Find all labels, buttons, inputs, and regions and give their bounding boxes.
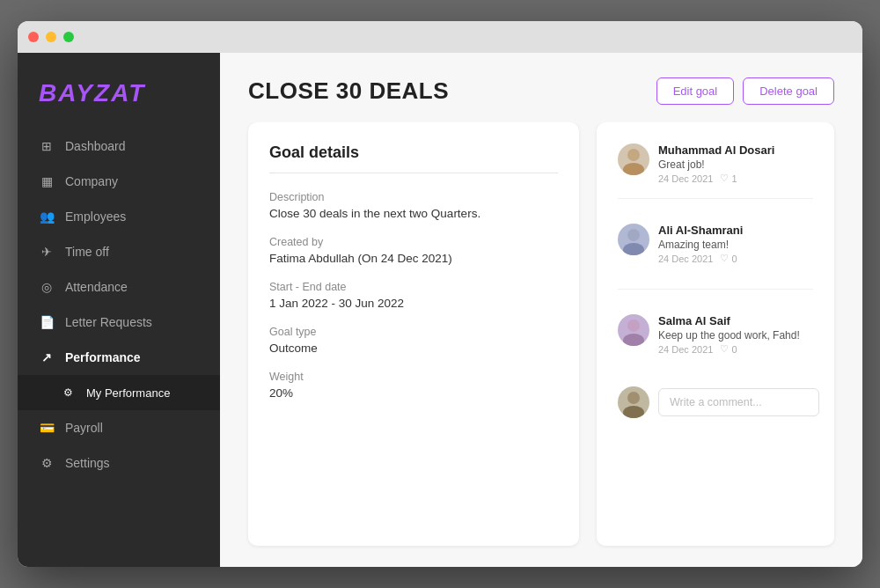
edit-goal-button[interactable]: Edit goal xyxy=(656,77,735,105)
employees-icon: 👥 xyxy=(39,209,55,224)
comment-text-1: Great job! xyxy=(658,158,813,171)
window-body: BAYZAT ⊞ Dashboard ▦ Company 👥 Employees… xyxy=(18,53,862,567)
divider xyxy=(269,173,558,173)
comment-body-2: Ali Al-Shamrani Amazing team! 24 Dec 202… xyxy=(658,224,813,264)
comment-likes-2: 0 xyxy=(731,254,737,264)
page-title: CLOSE 30 DEALS xyxy=(248,77,449,105)
sidebar: BAYZAT ⊞ Dashboard ▦ Company 👥 Employees… xyxy=(18,53,220,567)
created-by-label: Created by xyxy=(269,236,558,248)
comment-meta-3: 24 Dec 2021 ♡ 0 xyxy=(658,343,813,355)
main-header: CLOSE 30 DEALS Edit goal Delete goal xyxy=(220,53,862,122)
logo-text: BAYZAT xyxy=(39,79,145,107)
sidebar-label-dashboard: Dashboard xyxy=(65,139,126,153)
settings-icon: ⚙ xyxy=(39,455,55,471)
close-button[interactable] xyxy=(28,32,39,42)
dashboard-icon: ⊞ xyxy=(39,138,55,154)
sidebar-label-settings: Settings xyxy=(65,456,110,470)
sidebar-item-company[interactable]: ▦ Company xyxy=(18,164,220,199)
sidebar-item-my-performance[interactable]: ⚙ My Performance xyxy=(18,375,220,410)
avatar-salma xyxy=(618,314,649,346)
comment-item-2: Ali Al-Shamrani Amazing team! 24 Dec 202… xyxy=(618,224,813,264)
svg-point-4 xyxy=(627,320,640,332)
created-by-value: Fatima Abdullah (On 24 Dec 2021) xyxy=(269,252,558,265)
comment-name-2: Ali Al-Shamrani xyxy=(658,224,813,237)
sidebar-item-letter-requests[interactable]: 📄 Letter Requests xyxy=(18,305,220,340)
letter-requests-icon: 📄 xyxy=(39,314,55,330)
heart-icon-3: ♡ xyxy=(720,343,729,355)
sidebar-label-timeoff: Time off xyxy=(65,245,109,259)
comment-like-1[interactable]: ♡ 1 xyxy=(720,173,737,184)
comment-like-3[interactable]: ♡ 0 xyxy=(720,343,737,355)
comment-divider-1 xyxy=(618,198,813,199)
minimize-button[interactable] xyxy=(46,32,56,42)
goal-type-label: Goal type xyxy=(269,326,558,338)
comment-item-1: Muhammad Al Dosari Great job! 24 Dec 202… xyxy=(618,143,813,184)
heart-icon-2: ♡ xyxy=(720,253,729,264)
comment-input[interactable] xyxy=(658,388,819,416)
comment-name-3: Salma Al Saif xyxy=(658,314,813,327)
sidebar-item-performance[interactable]: ↗ Performance xyxy=(18,340,220,375)
avatar-ali xyxy=(618,224,649,255)
comment-likes-1: 1 xyxy=(731,173,737,184)
comment-date-2: 24 Dec 2021 xyxy=(658,254,713,264)
comment-date-3: 24 Dec 2021 xyxy=(658,344,713,355)
date-label: Start - End date xyxy=(269,281,558,293)
sidebar-nav: ⊞ Dashboard ▦ Company 👥 Employees ✈ Time… xyxy=(18,129,220,481)
goal-type-section: Goal type Outcome xyxy=(269,326,558,355)
description-section: Description Close 30 deals in the next t… xyxy=(269,191,558,220)
comment-meta-2: 24 Dec 2021 ♡ 0 xyxy=(658,253,813,264)
sidebar-item-settings[interactable]: ⚙ Settings xyxy=(18,445,220,481)
svg-point-1 xyxy=(623,163,644,175)
sidebar-item-timeoff[interactable]: ✈ Time off xyxy=(18,234,220,269)
goal-type-value: Outcome xyxy=(269,342,558,355)
svg-point-6 xyxy=(627,392,640,404)
svg-point-0 xyxy=(627,149,640,161)
main-content: CLOSE 30 DEALS Edit goal Delete goal Goa… xyxy=(220,53,862,567)
sidebar-label-performance: Performance xyxy=(65,350,141,364)
header-actions: Edit goal Delete goal xyxy=(656,77,834,105)
comment-meta-1: 24 Dec 2021 ♡ 1 xyxy=(658,173,813,184)
comment-item-3: Salma Al Saif Keep up the good work, Fah… xyxy=(618,314,813,355)
comment-likes-3: 0 xyxy=(731,344,737,355)
comment-input-row xyxy=(618,386,813,418)
sidebar-label-payroll: Payroll xyxy=(65,421,103,435)
sidebar-label-my-performance: My Performance xyxy=(86,386,170,400)
sidebar-item-attendance[interactable]: ◎ Attendance xyxy=(18,269,220,305)
payroll-icon: 💳 xyxy=(39,420,55,436)
weight-section: Weight 20% xyxy=(269,371,558,400)
sidebar-item-payroll[interactable]: 💳 Payroll xyxy=(18,410,220,445)
svg-point-5 xyxy=(623,334,644,346)
weight-label: Weight xyxy=(269,371,558,383)
comments-card: Muhammad Al Dosari Great job! 24 Dec 202… xyxy=(597,122,834,546)
svg-point-7 xyxy=(623,406,644,418)
sidebar-label-employees: Employees xyxy=(65,209,126,224)
company-icon: ▦ xyxy=(39,173,55,189)
heart-icon-1: ♡ xyxy=(720,173,729,184)
delete-goal-button[interactable]: Delete goal xyxy=(743,77,834,105)
goal-details-card: Goal details Description Close 30 deals … xyxy=(248,122,579,546)
comment-body-1: Muhammad Al Dosari Great job! 24 Dec 202… xyxy=(658,143,813,184)
attendance-icon: ◎ xyxy=(39,279,55,295)
created-by-section: Created by Fatima Abdullah (On 24 Dec 20… xyxy=(269,236,558,265)
svg-point-2 xyxy=(627,229,640,241)
goal-details-heading: Goal details xyxy=(269,143,558,162)
comment-name-1: Muhammad Al Dosari xyxy=(658,143,813,157)
sidebar-item-employees[interactable]: 👥 Employees xyxy=(18,199,220,234)
comment-divider-2 xyxy=(618,289,813,290)
description-value: Close 30 deals in the next two Quarters. xyxy=(269,207,558,220)
sidebar-label-attendance: Attendance xyxy=(65,280,128,294)
description-label: Description xyxy=(269,191,558,203)
date-value: 1 Jan 2022 - 30 Jun 2022 xyxy=(269,297,558,310)
logo: BAYZAT xyxy=(18,70,220,129)
comment-text-3: Keep up the good work, Fahd! xyxy=(658,329,813,342)
comment-like-2[interactable]: ♡ 0 xyxy=(720,253,737,264)
maximize-button[interactable] xyxy=(63,32,74,42)
sidebar-item-dashboard[interactable]: ⊞ Dashboard xyxy=(18,129,220,164)
my-performance-icon: ⚙ xyxy=(60,385,76,401)
sidebar-label-company: Company xyxy=(65,174,118,188)
sidebar-label-letter-requests: Letter Requests xyxy=(65,315,152,329)
content-area: Goal details Description Close 30 deals … xyxy=(220,122,862,567)
weight-value: 20% xyxy=(269,386,558,400)
date-section: Start - End date 1 Jan 2022 - 30 Jun 202… xyxy=(269,281,558,310)
comment-body-3: Salma Al Saif Keep up the good work, Fah… xyxy=(658,314,813,355)
